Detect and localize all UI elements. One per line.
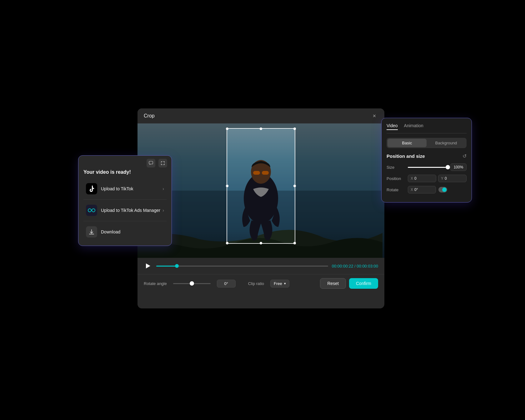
svg-marker-4 xyxy=(146,263,150,268)
tiktok-upload-label: Upload to TikTok xyxy=(101,186,133,191)
angle-input[interactable] xyxy=(217,280,236,288)
mode-background-button[interactable]: Background xyxy=(427,139,466,147)
time-current: 00:00:00:22 xyxy=(332,264,353,268)
expand-icon-button[interactable] xyxy=(158,159,167,168)
crop-header: Crop × xyxy=(138,108,384,123)
position-x-value: 0 xyxy=(414,176,417,181)
props-tabs: Video Animation xyxy=(387,123,467,133)
crop-handle-top-left[interactable] xyxy=(226,128,228,130)
size-value: 100% xyxy=(450,163,467,171)
rotate-angle-label: Rotate angle xyxy=(144,281,167,286)
crop-handle-bottom-left[interactable] xyxy=(226,242,228,244)
rotate-row: Rotate X 0° xyxy=(387,186,467,193)
divider-1 xyxy=(83,199,167,200)
size-slider-thumb[interactable] xyxy=(446,165,450,169)
download-icon-wrap xyxy=(86,226,97,238)
crop-box[interactable] xyxy=(227,128,295,244)
position-y-label: Y xyxy=(441,176,443,181)
size-slider[interactable] xyxy=(408,167,448,168)
tab-video[interactable]: Video xyxy=(387,123,398,130)
crop-handle-middle-left[interactable] xyxy=(226,185,228,187)
tiktok-ads-icon xyxy=(86,205,97,216)
rotate-label: Rotate xyxy=(387,188,405,192)
position-y-field[interactable]: Y 0 xyxy=(438,175,467,182)
section-header: Position and size ↺ xyxy=(387,153,467,159)
download-icon xyxy=(88,229,95,235)
export-title: Your video is ready! xyxy=(78,169,172,179)
tiktok-ads-logo xyxy=(88,207,95,213)
crop-handle-top-middle[interactable] xyxy=(260,128,262,130)
svg-rect-5 xyxy=(149,161,153,164)
properties-panel: Video Animation Basic Background Positio… xyxy=(381,118,472,202)
tiktok-ads-upload-label: Upload to TikTok Ads Manager xyxy=(101,208,160,213)
footer-buttons: Reset Confirm xyxy=(320,278,378,289)
section-title: Position and size xyxy=(387,153,425,159)
download-label: Download xyxy=(101,229,120,234)
time-display: 00:00:00:22 / 00:00:03:00 xyxy=(332,264,378,268)
time-total: 00:00:03:00 xyxy=(357,264,378,268)
comment-icon-button[interactable] xyxy=(147,159,155,168)
crop-footer: Rotate angle Clip ratio Free ▾ Reset Con… xyxy=(138,274,384,292)
mode-basic-button[interactable]: Basic xyxy=(388,139,427,147)
crop-handle-bottom-right[interactable] xyxy=(293,242,296,244)
rotate-x-value: 0° xyxy=(414,188,418,192)
position-x-field[interactable]: X 0 xyxy=(408,175,436,182)
play-icon xyxy=(146,263,150,268)
clip-ratio-select[interactable]: Free ▾ xyxy=(270,280,289,288)
tiktok-icon xyxy=(86,183,97,194)
tiktok-ads-arrow-icon: › xyxy=(162,208,164,213)
position-y-value: 0 xyxy=(445,176,447,181)
upload-tiktok-item[interactable]: Upload to TikTok › xyxy=(81,179,169,198)
play-button[interactable] xyxy=(144,262,152,270)
tiktok-logo xyxy=(88,186,95,192)
rotate-slider-container xyxy=(173,283,211,284)
svg-point-7 xyxy=(92,209,95,212)
tab-animation[interactable]: Animation xyxy=(404,123,423,130)
rotate-x-field[interactable]: X 0° xyxy=(408,186,436,193)
crop-handle-top-right[interactable] xyxy=(293,128,296,130)
crop-handle-bottom-middle[interactable] xyxy=(260,242,262,244)
export-panel: Your video is ready! Upload to TikTok › … xyxy=(78,155,172,246)
chevron-down-icon: ▾ xyxy=(284,282,286,286)
reset-button[interactable]: Reset xyxy=(320,278,346,289)
crop-dialog: Crop × xyxy=(138,108,384,308)
rotate-slider-track[interactable] xyxy=(173,283,211,284)
download-item[interactable]: Download xyxy=(81,222,169,241)
clip-ratio-value: Free xyxy=(274,281,282,286)
position-row: Position X 0 Y 0 xyxy=(387,175,467,182)
reset-section-icon[interactable]: ↺ xyxy=(462,153,467,159)
export-header xyxy=(78,156,172,169)
crop-title: Crop xyxy=(144,113,155,119)
mode-buttons: Basic Background xyxy=(387,138,467,148)
upload-tiktok-ads-item[interactable]: Upload to TikTok Ads Manager › xyxy=(81,201,169,220)
comment-icon xyxy=(149,161,153,165)
expand-icon xyxy=(161,161,165,165)
confirm-button[interactable]: Confirm xyxy=(349,278,378,289)
timeline-thumb[interactable] xyxy=(175,264,179,268)
close-button[interactable]: × xyxy=(371,112,378,120)
crop-preview-area xyxy=(138,123,384,258)
crop-handle-middle-right[interactable] xyxy=(293,185,296,187)
size-slider-fill xyxy=(408,167,448,168)
timeline-track[interactable] xyxy=(156,266,328,267)
size-row: Size 100% xyxy=(387,163,467,171)
rotate-x-label: X xyxy=(411,188,413,192)
position-label: Position xyxy=(387,176,405,181)
svg-point-6 xyxy=(88,209,91,212)
position-xy: X 0 Y 0 xyxy=(408,175,467,182)
size-label: Size xyxy=(387,165,405,170)
tiktok-arrow-icon: › xyxy=(162,186,164,191)
rotate-slider-thumb[interactable] xyxy=(190,281,194,286)
position-x-label: X xyxy=(411,176,413,181)
rotate-toggle[interactable] xyxy=(438,187,447,192)
divider-2 xyxy=(83,221,167,221)
clip-ratio-label: Clip ratio xyxy=(248,281,264,286)
timeline-progress xyxy=(156,266,177,267)
playback-bar: 00:00:00:22 / 00:00:03:00 xyxy=(138,258,384,274)
